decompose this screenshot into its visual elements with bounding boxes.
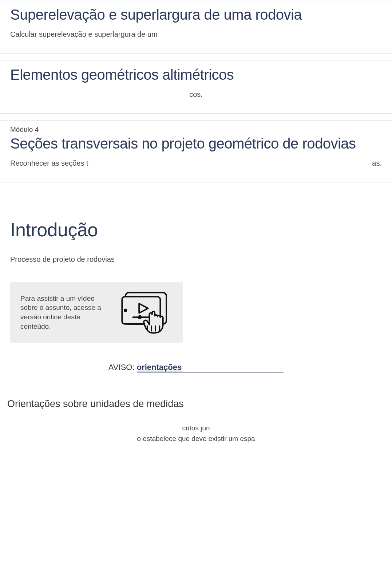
module-title: Elementos geométricos altimétricos bbox=[10, 66, 382, 84]
module-description: Reconhecer as seções t as. bbox=[10, 159, 382, 167]
intro-subheading: Processo de projeto de rodovias bbox=[10, 255, 382, 264]
video-notice-text: Para assistir a um vídeo sobre o assunto… bbox=[20, 294, 108, 331]
video-play-icon bbox=[118, 291, 173, 334]
module-card: Superelevação e superlargura de uma rodo… bbox=[0, 0, 392, 54]
video-notice-card: Para assistir a um vídeo sobre o assunto… bbox=[10, 282, 183, 343]
orientacoes-line: o estabelece que deve existir um espa bbox=[10, 433, 382, 444]
module-card: Elementos geométricos altimétricos cos. bbox=[0, 60, 392, 114]
intro-section: Introdução Processo de projeto de rodovi… bbox=[0, 219, 392, 444]
module-description: cos. bbox=[10, 90, 382, 99]
module-card: Módulo 4 Seções transversais no projeto … bbox=[0, 120, 392, 182]
module-desc-left: Reconhecer as seções t bbox=[10, 159, 88, 167]
module-description: Calcular superelevação e superlargura de… bbox=[10, 30, 382, 39]
module-desc-right: as. bbox=[372, 159, 382, 167]
orientacoes-title: Orientações sobre unidades de medidas bbox=[7, 398, 382, 410]
orientacoes-line: critos jun bbox=[10, 423, 382, 433]
aviso-label: AVISO: bbox=[108, 363, 137, 372]
orientacoes-section: Orientações sobre unidades de medidas cr… bbox=[10, 398, 382, 444]
module-desc-left: Calcular superelevação e superlargura de… bbox=[10, 30, 158, 39]
orientacoes-body: critos jun o estabelece que deve existir… bbox=[10, 423, 382, 444]
aviso-line: AVISO: orientações bbox=[10, 363, 382, 372]
module-title: Superelevação e superlargura de uma rodo… bbox=[10, 5, 382, 24]
intro-heading: Introdução bbox=[10, 219, 382, 241]
module-label: Módulo 4 bbox=[10, 126, 382, 134]
svg-point-4 bbox=[138, 316, 141, 319]
module-title: Seções transversais no projeto geométric… bbox=[10, 134, 382, 153]
svg-point-2 bbox=[124, 309, 127, 312]
aviso-link[interactable]: orientações bbox=[137, 363, 284, 372]
